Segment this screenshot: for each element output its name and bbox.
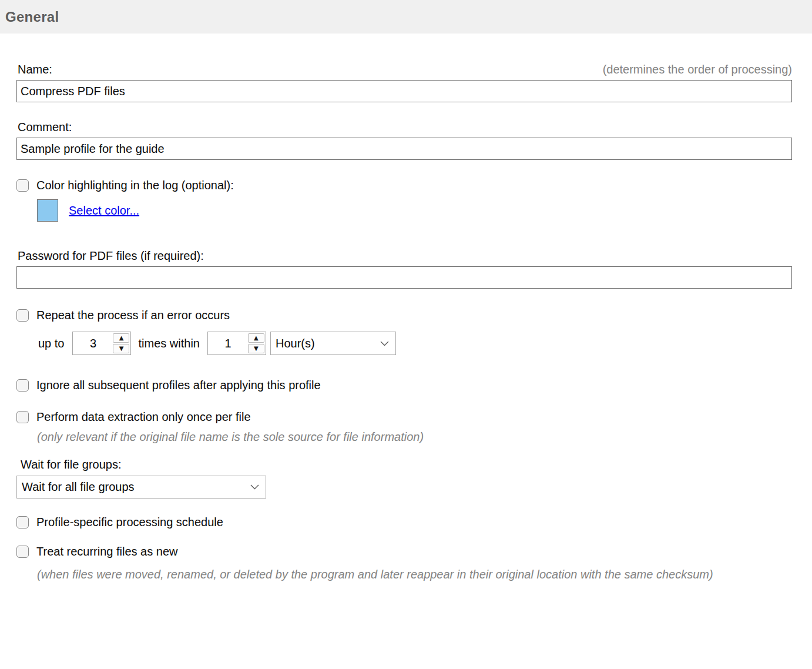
arrow-up-icon: ▲ xyxy=(119,335,124,341)
repeat-on-error-label[interactable]: Repeat the process if an error occurs xyxy=(36,309,230,322)
password-label: Password for PDF files (if required): xyxy=(18,249,204,263)
recurring-files-checkbox[interactable] xyxy=(16,546,29,558)
arrow-down-icon: ▼ xyxy=(254,346,259,352)
recurring-files-hint: (when files were moved, renamed, or dele… xyxy=(37,565,771,584)
repeat-on-error-row[interactable]: Repeat the process if an error occurs xyxy=(16,309,792,322)
processing-schedule-row[interactable]: Profile-specific processing schedule xyxy=(16,516,792,529)
data-extraction-hint: (only relevant if the original file name… xyxy=(37,430,792,444)
time-unit-select[interactable]: Hour(s) xyxy=(270,332,396,355)
select-color-link[interactable]: Select color... xyxy=(69,204,139,218)
data-extraction-row[interactable]: Perform data extraction only once per fi… xyxy=(16,410,792,424)
times-within-label: times within xyxy=(138,337,199,350)
page-title: General xyxy=(5,9,59,25)
name-label-row: Name: (determines the order of processin… xyxy=(16,63,792,76)
time-window-value[interactable]: 1 xyxy=(208,332,248,354)
file-groups-label: Wait for file groups: xyxy=(21,458,122,471)
ignore-profiles-row[interactable]: Ignore all subsequent profiles after app… xyxy=(16,379,792,392)
retry-count-spin-down-button[interactable]: ▼ xyxy=(113,344,129,353)
file-groups-select[interactable]: Wait for all file groups xyxy=(16,476,266,499)
time-unit-selected-value: Hour(s) xyxy=(276,337,315,350)
color-select-row: Select color... xyxy=(37,199,792,222)
ignore-profiles-label[interactable]: Ignore all subsequent profiles after app… xyxy=(36,379,321,392)
up-to-label: up to xyxy=(38,337,64,350)
chevron-down-icon xyxy=(250,484,259,490)
retry-count-spin-up-button[interactable]: ▲ xyxy=(113,333,129,343)
retry-count-value[interactable]: 3 xyxy=(73,332,113,354)
name-input[interactable] xyxy=(16,80,792,102)
time-window-spinner[interactable]: 1 ▲ ▼ xyxy=(207,332,266,355)
color-swatch[interactable] xyxy=(37,199,58,222)
color-highlighting-row[interactable]: Color highlighting in the log (optional)… xyxy=(16,179,792,192)
comment-label: Comment: xyxy=(18,121,72,134)
retry-count-spinner[interactable]: 3 ▲ ▼ xyxy=(72,332,131,355)
time-window-spin-down-button[interactable]: ▼ xyxy=(248,344,264,353)
section-header: General xyxy=(0,0,812,34)
name-label: Name: xyxy=(18,63,52,76)
file-groups-selected-value: Wait for all file groups xyxy=(22,480,135,494)
time-window-spin-up-button[interactable]: ▲ xyxy=(248,333,264,343)
repeat-settings-row: up to 3 ▲ ▼ times within 1 ▲ ▼ xyxy=(38,332,792,355)
chevron-down-icon xyxy=(380,341,389,346)
color-highlighting-checkbox[interactable] xyxy=(16,179,29,192)
recurring-files-row[interactable]: Treat recurring files as new xyxy=(16,545,792,558)
name-order-hint: (determines the order of processing) xyxy=(603,63,792,76)
time-window-spin-buttons: ▲ ▼ xyxy=(248,332,266,354)
processing-schedule-checkbox[interactable] xyxy=(16,516,29,528)
password-input[interactable] xyxy=(16,266,792,289)
arrow-down-icon: ▼ xyxy=(119,346,124,352)
data-extraction-label[interactable]: Perform data extraction only once per fi… xyxy=(36,410,251,424)
retry-count-spin-buttons: ▲ ▼ xyxy=(113,332,130,354)
arrow-up-icon: ▲ xyxy=(254,335,259,341)
ignore-profiles-checkbox[interactable] xyxy=(16,379,29,392)
repeat-on-error-checkbox[interactable] xyxy=(16,309,29,322)
recurring-files-label[interactable]: Treat recurring files as new xyxy=(36,545,177,558)
comment-input[interactable] xyxy=(16,138,792,160)
data-extraction-checkbox[interactable] xyxy=(16,411,29,423)
general-settings-form: Name: (determines the order of processin… xyxy=(0,63,812,584)
color-highlighting-label[interactable]: Color highlighting in the log (optional)… xyxy=(36,179,234,192)
processing-schedule-label[interactable]: Profile-specific processing schedule xyxy=(36,516,223,529)
